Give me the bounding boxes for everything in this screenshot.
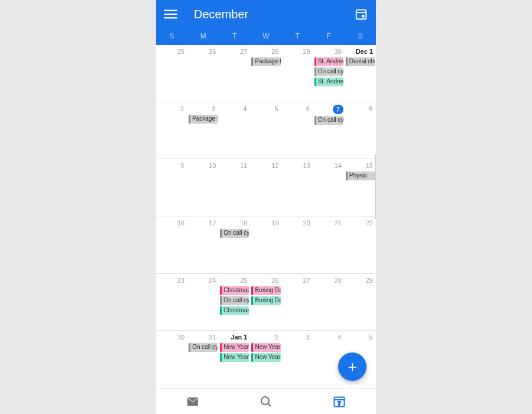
today-icon[interactable] <box>355 8 368 21</box>
day-number: 16 <box>176 219 186 227</box>
day-cell[interactable]: 16 <box>156 216 187 273</box>
day-cell[interactable]: 29 <box>345 274 376 331</box>
tab-calendar[interactable]: 7 <box>332 394 346 409</box>
day-cell[interactable]: 24 <box>187 274 219 331</box>
day-cell[interactable]: 19 <box>250 216 281 273</box>
event-chip[interactable]: New Year <box>220 343 249 352</box>
day-cell[interactable]: 26Boxing DaBoxing Da <box>250 274 281 331</box>
event-list: Boxing DaBoxing Da <box>251 286 280 305</box>
event-chip[interactable]: New Year <box>251 353 280 362</box>
day-number: 11 <box>238 161 249 170</box>
event-chip[interactable]: On call cy <box>220 229 249 238</box>
day-cell[interactable]: Jan 1New YearNew Year <box>219 331 250 388</box>
day-cell[interactable]: 11 <box>219 159 250 216</box>
event-chip[interactable]: Boxing Da <box>251 286 280 295</box>
day-cell[interactable]: 20 <box>282 216 313 273</box>
svg-rect-3 <box>356 10 366 20</box>
day-cell[interactable]: 30 <box>156 331 187 388</box>
svg-line-7 <box>268 403 271 406</box>
day-cell[interactable]: 3Package f <box>187 102 219 159</box>
event-chip[interactable]: On call cy <box>314 116 343 125</box>
event-chip[interactable]: Christmas <box>220 286 249 295</box>
event-list: Dental che <box>346 57 375 66</box>
day-number: 29 <box>301 47 312 56</box>
day-cell[interactable]: 29 <box>282 45 313 102</box>
day-cell[interactable]: 21 <box>313 216 345 273</box>
week-row: 9101112131415Physio <box>156 159 376 216</box>
event-list: Package f <box>189 115 218 124</box>
week-row: 23Package f4567On call cy8 <box>156 102 376 160</box>
weekday-label: T <box>282 32 313 40</box>
event-chip[interactable]: Dental che <box>346 57 375 66</box>
event-chip[interactable]: Package f <box>251 57 280 66</box>
event-chip[interactable]: Package f <box>189 115 218 124</box>
day-cell[interactable]: 5 <box>250 102 281 159</box>
day-cell[interactable]: 8 <box>345 102 376 159</box>
day-number: 24 <box>207 276 218 284</box>
day-number: 17 <box>207 219 218 227</box>
day-cell[interactable]: 27 <box>282 274 313 331</box>
day-number: 21 <box>333 219 343 227</box>
day-number: 27 <box>238 47 249 56</box>
day-cell[interactable]: 23 <box>156 274 187 331</box>
day-cell[interactable]: Dec 1Dental che <box>345 45 376 102</box>
day-cell[interactable]: 26 <box>187 45 219 102</box>
month-grid[interactable]: 25262728Package f2930St. AndrewOn call c… <box>156 45 376 388</box>
event-chip[interactable]: On call cy <box>220 296 249 305</box>
tab-mail[interactable] <box>186 394 200 409</box>
event-list: St. AndrewOn call cySt. Andrew <box>314 57 343 86</box>
menu-icon[interactable] <box>164 8 177 21</box>
day-cell[interactable]: 2 <box>156 102 187 159</box>
day-cell[interactable]: 17 <box>187 216 219 273</box>
day-number: 25 <box>238 276 249 284</box>
day-cell[interactable]: 12 <box>250 159 281 216</box>
svg-point-6 <box>261 397 269 405</box>
day-cell[interactable]: 27 <box>219 45 250 102</box>
day-cell[interactable]: 28Package f <box>250 45 281 102</box>
day-cell[interactable]: 2New YearNew Year <box>250 331 281 388</box>
add-event-button[interactable]: + <box>338 352 366 381</box>
svg-rect-5 <box>362 15 365 18</box>
event-chip[interactable]: St. Andrew <box>314 77 343 86</box>
calendar-app: December S M T W T F S 25262728Package f… <box>156 0 376 414</box>
day-number: 14 <box>333 161 343 170</box>
day-number: 12 <box>270 161 280 170</box>
event-list: Package f <box>251 57 280 66</box>
event-chip[interactable]: St. Andrew <box>314 57 343 66</box>
day-number: 25 <box>176 47 186 56</box>
event-chip[interactable]: On call cy <box>189 343 218 352</box>
day-number: 2 <box>273 333 281 341</box>
day-cell[interactable]: 15Physio <box>345 159 376 216</box>
event-chip[interactable]: Boxing Da <box>251 296 280 305</box>
day-cell[interactable]: 13 <box>282 159 313 216</box>
day-number: 23 <box>176 276 186 284</box>
day-cell[interactable]: 25ChristmasOn call cyChristmas <box>219 274 250 331</box>
svg-rect-0 <box>164 10 177 11</box>
day-number: 22 <box>364 219 375 227</box>
day-cell[interactable]: 4 <box>219 102 250 159</box>
day-cell[interactable]: 3 <box>282 331 313 388</box>
day-number: Dec 1 <box>354 47 375 56</box>
month-title[interactable]: December <box>194 8 355 21</box>
day-cell[interactable]: 25 <box>156 45 187 102</box>
tab-search[interactable] <box>259 394 273 409</box>
event-chip[interactable]: Physio <box>346 172 375 180</box>
day-cell[interactable]: 7On call cy <box>313 102 345 159</box>
day-cell[interactable]: 22 <box>345 216 376 273</box>
event-list: New YearNew Year <box>251 343 280 362</box>
event-chip[interactable]: On call cy <box>314 67 343 76</box>
svg-rect-1 <box>164 14 177 15</box>
day-cell[interactable]: 10 <box>187 159 219 216</box>
day-cell[interactable]: 31On call cy <box>187 331 219 388</box>
day-cell[interactable]: 30St. AndrewOn call cySt. Andrew <box>313 45 345 102</box>
event-chip[interactable]: New Year <box>251 343 280 352</box>
week-row: 25262728Package f2930St. AndrewOn call c… <box>156 45 376 102</box>
day-cell[interactable]: 14 <box>313 159 345 216</box>
event-chip[interactable]: Christmas <box>220 306 249 315</box>
day-number: 9 <box>178 161 186 170</box>
day-cell[interactable]: 18On call cy <box>219 216 250 273</box>
day-cell[interactable]: 28 <box>313 274 345 331</box>
event-chip[interactable]: New Year <box>220 353 249 362</box>
day-cell[interactable]: 6 <box>282 102 313 159</box>
day-cell[interactable]: 9 <box>156 159 187 216</box>
